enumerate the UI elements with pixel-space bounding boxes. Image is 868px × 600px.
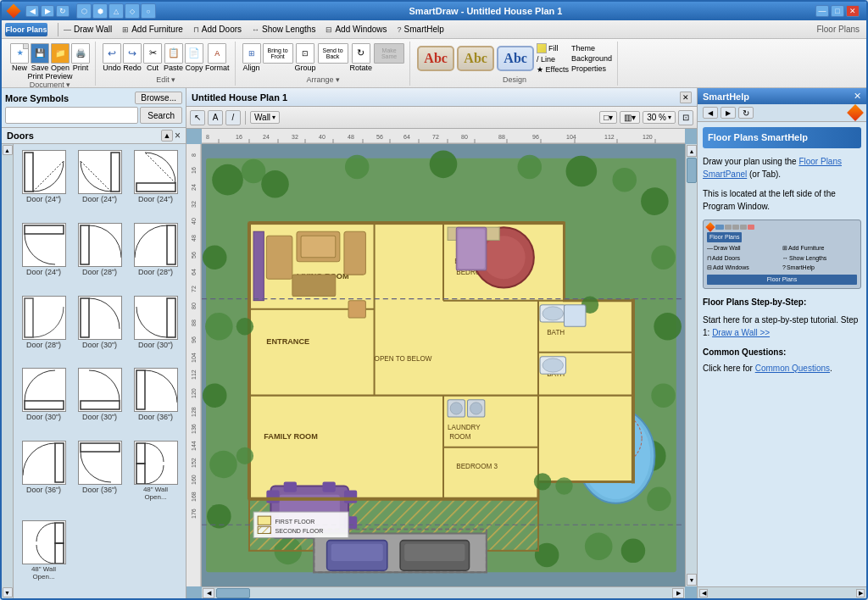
arrange-dropdown[interactable]: Arrange ▾ [242, 74, 405, 84]
background-button[interactable]: Background [571, 54, 612, 63]
floor-plans-link[interactable]: Floor Plans SmartPanel [703, 157, 842, 179]
door-item[interactable]: Door (36") [17, 438, 70, 515]
new-button[interactable]: ★ New [10, 43, 29, 72]
sh-scroll-left[interactable]: ◀ [699, 589, 708, 597]
scroll-left-btn[interactable]: ◀ [203, 588, 214, 598]
abc-btn-blue[interactable]: Abc [497, 46, 534, 71]
open-button[interactable]: 📁 Open [51, 43, 70, 72]
scroll-down-btn[interactable]: ▼ [687, 574, 697, 586]
door-item[interactable]: Door (30") [129, 293, 182, 364]
tool4-button[interactable]: ◇ [125, 3, 140, 19]
doors-scroll-up[interactable]: ▲ [161, 130, 173, 142]
floor-plan-area[interactable]: LIVING ROOM ENTRANCE FAMILY ROOM BEDROOM… [202, 144, 685, 586]
sh-scroll-right[interactable]: ▶ [856, 589, 865, 597]
floor-plans-tab[interactable]: Floor Plans [5, 23, 47, 36]
door-item[interactable]: 48" Wall Open... [17, 518, 70, 595]
rotate-button[interactable]: ↻ Rotate [350, 43, 373, 72]
browse-button[interactable]: Browse... [135, 92, 182, 104]
redo-button[interactable]: ↪ Redo [123, 43, 142, 72]
zoom-fit-button[interactable]: ⊡ [678, 110, 693, 125]
cut-button[interactable]: ✂ Cut [143, 43, 162, 72]
scroll-thumb-v[interactable] [687, 158, 697, 183]
undo-button[interactable]: ↩ Undo [103, 43, 121, 72]
door-item[interactable]: Door (30") [17, 365, 70, 436]
search-button[interactable]: Search [140, 107, 182, 124]
menu-add-furniture[interactable]: ⊞ Add Furniture [120, 24, 185, 35]
abc-btn-gold[interactable]: Abc [457, 46, 494, 71]
document-dropdown[interactable]: Document ▾ [10, 81, 90, 89]
make-same-button[interactable]: Make Same [374, 43, 404, 72]
scroll-right-btn[interactable]: ▶ [672, 588, 684, 598]
canvas-close-button[interactable]: ✕ [680, 92, 692, 103]
text-tool[interactable]: A [208, 110, 223, 125]
align-button[interactable]: ⊞ Align [242, 43, 261, 72]
effects-button[interactable]: ★ Effects [537, 65, 569, 74]
properties-button[interactable]: Properties [571, 64, 612, 73]
sh-back-button[interactable]: ◀ [703, 107, 718, 119]
door-item[interactable]: Door (28") [129, 220, 182, 291]
minimize-button[interactable]: — [815, 5, 829, 17]
paste-button[interactable]: 📋 Paste [164, 43, 183, 72]
menu-add-windows[interactable]: ⊟ Add Windows [324, 24, 388, 35]
bring-to-front-button[interactable]: Bring to Front [263, 43, 293, 72]
scroll-thumb-h[interactable] [216, 588, 250, 598]
tool1-button[interactable]: ⬡ [76, 3, 92, 19]
save-button[interactable]: 💾 Save [31, 43, 49, 72]
menu-smarthelp[interactable]: ? SmartHelp [396, 24, 446, 35]
forward-button[interactable]: ▶ [41, 5, 54, 17]
door-item[interactable]: Door (24") [73, 147, 126, 218]
door-item[interactable]: Door (36") [129, 365, 182, 436]
back-button[interactable]: ◀ [25, 5, 39, 17]
door-item[interactable]: Door (36") [73, 438, 126, 515]
door-item[interactable]: Door (30") [73, 365, 126, 436]
send-to-back-button[interactable]: Send to Back [318, 43, 348, 72]
draw-wall-link[interactable]: Draw a Wall >> [712, 328, 770, 337]
line-button[interactable]: / Line [537, 55, 569, 64]
zoom-selector[interactable]: 30 % ▾ [643, 111, 676, 124]
scroll-up-arrow[interactable]: ▲ [3, 145, 13, 155]
vertical-scrollbar[interactable]: ▲ ▼ [685, 144, 697, 586]
wall-type-selector[interactable]: Wall ▾ [250, 111, 280, 124]
format-button[interactable]: A Format [205, 43, 230, 72]
door-item[interactable]: 48" Wall Open... [129, 438, 182, 515]
print-preview-button[interactable]: Print Preview [28, 72, 73, 81]
door-item[interactable]: Door (30") [73, 293, 126, 364]
close-button[interactable]: ✕ [846, 5, 860, 17]
door-item[interactable]: Door (24") [17, 147, 70, 218]
menu-draw-wall[interactable]: — Draw Wall [62, 24, 114, 35]
theme-button[interactable]: Theme [571, 44, 612, 53]
abc-btn-red[interactable]: Abc [417, 46, 454, 71]
print-button[interactable]: 🖨️ Print [71, 43, 90, 72]
sh-forward-button[interactable]: ▶ [721, 107, 736, 119]
common-questions-link[interactable]: Common Questions [755, 364, 830, 373]
sh-scrollbar-h[interactable]: ◀ ▶ [698, 586, 866, 598]
refresh-button[interactable]: ↻ [56, 5, 70, 17]
menu-show-lengths[interactable]: ↔ Show Lengths [250, 24, 317, 35]
pointer-tool[interactable]: ↖ [190, 110, 205, 125]
svg-text:176: 176 [191, 508, 197, 519]
door-item[interactable]: Door (24") [17, 220, 70, 291]
tool3-button[interactable]: △ [108, 3, 124, 19]
scroll-up-btn[interactable]: ▲ [687, 145, 697, 157]
doors-close-button[interactable]: × [175, 130, 181, 142]
group-button[interactable]: ⊡ Group [295, 43, 316, 72]
shape-selector[interactable]: □▾ [599, 111, 617, 124]
door-item[interactable]: Door (28") [17, 293, 70, 364]
menu-add-doors[interactable]: ⊓ Add Doors [192, 24, 243, 35]
door-item[interactable]: Door (24") [129, 147, 182, 218]
horizontal-scrollbar[interactable]: ◀ ▶ [202, 586, 685, 598]
sh-refresh-button[interactable]: ↻ [738, 107, 754, 119]
edit-dropdown[interactable]: Edit ▾ [103, 74, 230, 84]
doors-scrollbar[interactable]: ▲ ▼ [2, 144, 14, 598]
maximize-button[interactable]: □ [831, 5, 844, 17]
fill-selector[interactable]: ▥▾ [620, 111, 640, 124]
smarthelp-close-button[interactable]: ✕ [854, 91, 861, 102]
line-tool[interactable]: / [225, 110, 241, 125]
tool2-button[interactable]: ⬢ [92, 3, 108, 19]
copy-button[interactable]: 📄 Copy [185, 43, 203, 72]
search-input[interactable] [5, 107, 138, 124]
scroll-down-arrow[interactable]: ▼ [3, 587, 13, 597]
tool5-button[interactable]: ○ [141, 3, 156, 19]
door-item[interactable]: Door (28") [73, 220, 126, 291]
fill-button[interactable]: Fill [537, 43, 569, 53]
